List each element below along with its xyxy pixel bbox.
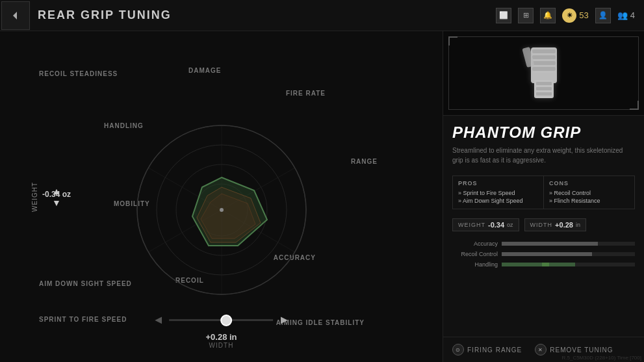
width-slider-thumb[interactable] [221, 315, 233, 326]
item-image-area [443, 31, 644, 116]
width-pill: WIDTH +0.28 in [524, 218, 586, 231]
cons-item-1: Flinch Resistance [549, 197, 629, 205]
pros-item-0: Sprint to Fire Speed [458, 189, 538, 197]
svg-marker-0 [13, 12, 17, 19]
cons-item-0: Recoil Control [549, 189, 629, 197]
stat-fill-recoil [502, 252, 592, 256]
stat-row-recoil: Recoil Control [452, 251, 635, 257]
label-fire-rate: FIRE RATE [286, 90, 326, 97]
stat-fill-accuracy [502, 242, 598, 246]
pros-column: PROS Sprint to Fire Speed Aim Down Sight… [453, 176, 544, 209]
width-slider-area: ◄ ► +0.28 in WIDTH [153, 313, 290, 349]
firing-range-label: FIRING RANGE [467, 346, 522, 354]
right-panel: PHANTOM GRIP Streamlined to eliminate an… [443, 31, 644, 362]
players-icon: 👥 [617, 10, 628, 20]
page-title: REAR GRIP TUNING [38, 8, 172, 22]
cons-header: CONS [549, 180, 629, 187]
weight-pill: WEIGHT -0.34 oz [452, 218, 519, 231]
label-sprint: SPRINT TO FIRE SPEED [39, 316, 127, 323]
stat-label-accuracy: Accuracy [452, 240, 498, 247]
stat-label-recoil: Recoil Control [452, 251, 498, 257]
svg-point-12 [220, 208, 224, 212]
cons-column: CONS Recoil Control Flinch Resistance [544, 176, 634, 209]
slider-right-icon: ► [279, 313, 290, 327]
stat-row-accuracy: Accuracy [452, 240, 635, 247]
weight-pill-value: -0.34 [488, 221, 504, 229]
stat-bar-accuracy [502, 242, 635, 246]
item-info: PHANTOM GRIP Streamlined to eliminate an… [443, 116, 644, 170]
weight-pill-label: WEIGHT [458, 222, 485, 228]
main-content: RECOIL STEADINESS DAMAGE FIRE RATE RANGE… [0, 31, 644, 362]
slider-value-display: +0.28 in [153, 332, 290, 342]
score-badge: ☀ [562, 8, 576, 23]
svg-rect-21 [536, 87, 552, 90]
svg-rect-14 [532, 49, 556, 53]
arrow-down-icon: ▼ [52, 198, 61, 208]
item-description: Streamlined to eliminate any extra weigh… [452, 146, 635, 165]
slider-label-text: WIDTH [153, 342, 290, 349]
pros-cons-panel: PROS Sprint to Fire Speed Aim Down Sight… [452, 175, 635, 209]
width-pill-value: +0.28 [555, 221, 573, 229]
stat-fill-handling [502, 263, 575, 266]
item-image [518, 44, 570, 103]
firing-range-button[interactable]: ⊙ FIRING RANGE [452, 344, 522, 356]
svg-rect-15 [532, 55, 556, 59]
weight-vertical-label: WEIGHT [31, 182, 38, 212]
svg-rect-16 [532, 61, 556, 65]
score-value: 53 [579, 10, 588, 20]
inventory-icon[interactable]: ⬜ [496, 8, 511, 23]
bell-icon[interactable]: 🔔 [540, 8, 556, 23]
weight-arrows[interactable]: ▲ ▼ [52, 186, 61, 208]
arrow-up-icon: ▲ [52, 186, 61, 196]
svg-rect-20 [536, 82, 552, 85]
players-count: 👥 4 [617, 10, 635, 20]
stat-row-handling: Handling [452, 261, 635, 268]
slider-left-icon: ◄ [153, 313, 164, 327]
stat-bar-recoil [502, 252, 635, 256]
back-button[interactable] [1, 1, 30, 30]
svg-rect-17 [532, 67, 556, 71]
stat-label-handling: Handling [452, 261, 498, 268]
width-slider-track[interactable] [170, 319, 274, 321]
item-name: PHANTOM GRIP [452, 123, 635, 142]
label-range: RANGE [351, 158, 378, 165]
players-value: 4 [630, 10, 635, 20]
tuning-area: RECOIL STEADINESS DAMAGE FIRE RATE RANGE… [0, 31, 443, 362]
stats-bars-section: Accuracy Recoil Control Handling [443, 235, 644, 277]
footer-info: R.5_C5M30D (228+10) Time:[700] [559, 354, 644, 362]
profile-icon[interactable]: 👤 [595, 8, 611, 23]
label-recoil-steadiness: RECOIL STEADINESS [39, 70, 118, 77]
stat-pills: WEIGHT -0.34 oz WIDTH +0.28 in [452, 218, 635, 231]
label-damage: DAMAGE [188, 67, 221, 74]
score-display: ☀ 53 [562, 8, 588, 23]
remove-tuning-label: REMOVE TUNING [550, 346, 613, 354]
stat-bar-handling [502, 263, 635, 266]
pros-header: PROS [458, 180, 538, 187]
topbar: REAR GRIP TUNING ⬜ ⊞ 🔔 ☀ 53 👤 👥 4 [0, 0, 644, 31]
svg-rect-22 [536, 92, 552, 96]
grid-icon[interactable]: ⊞ [518, 8, 534, 23]
firing-range-icon: ⊙ [452, 344, 464, 356]
topbar-right: ⬜ ⊞ 🔔 ☀ 53 👤 👥 4 [496, 8, 644, 23]
pros-item-1: Aim Down Sight Speed [458, 197, 538, 205]
weight-pill-unit: oz [507, 222, 513, 228]
radar-chart [118, 106, 326, 314]
width-pill-label: WIDTH [530, 222, 553, 228]
stat-bonus-handling [542, 263, 549, 266]
remove-tuning-icon: ✕ [535, 344, 547, 356]
width-pill-unit: in [576, 222, 580, 228]
